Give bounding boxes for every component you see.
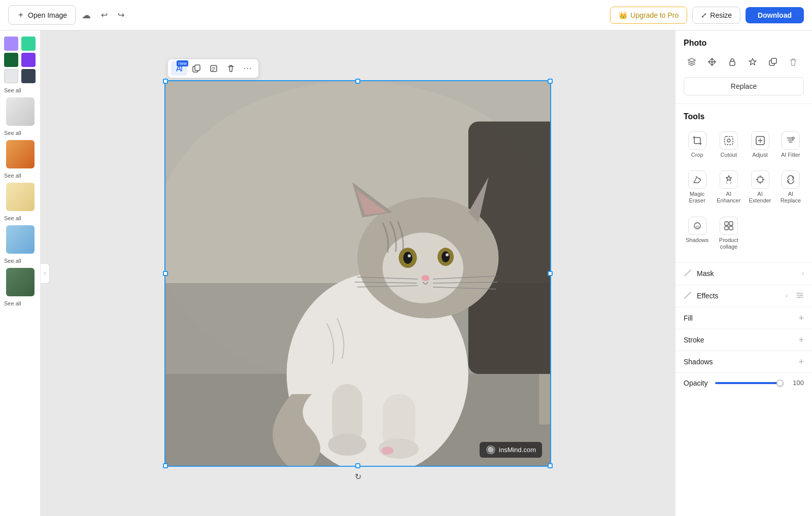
svg-point-30 — [328, 433, 366, 456]
thumbnail-4[interactable] — [6, 225, 35, 254]
cat-photo: 🔘 insMind.com — [165, 81, 550, 466]
right-panel: Photo — [675, 30, 812, 516]
thumbnail-5[interactable] — [6, 268, 35, 296]
svg-rect-46 — [729, 222, 733, 225]
stroke-add-button[interactable]: + — [798, 335, 804, 345]
mask-chevron-icon: › — [802, 270, 804, 277]
crop-tool[interactable]: Crop — [684, 127, 710, 162]
new-badge: new — [177, 60, 188, 66]
opacity-slider[interactable] — [715, 382, 784, 384]
ai-extender-tool[interactable]: AI Extender — [747, 166, 773, 208]
handle-top-middle[interactable] — [355, 79, 360, 84]
rotate-handle[interactable]: ↻ — [353, 472, 362, 481]
product-collage-tool-icon — [720, 217, 738, 235]
image-frame[interactable]: new ··· — [164, 80, 551, 467]
see-all-5-button[interactable]: See all — [4, 299, 36, 307]
cutout-tool[interactable]: Cutout — [715, 127, 742, 162]
copy-icon-button[interactable] — [765, 54, 781, 70]
color-swatch-green-teal[interactable] — [21, 37, 36, 51]
fill-label: Fill — [684, 314, 798, 322]
open-image-label: Open Image — [28, 11, 67, 19]
cutout-tool-label: Cutout — [721, 152, 737, 158]
ai-enhancer-tool[interactable]: AI Enhancer — [715, 166, 742, 208]
adjust-tool[interactable]: Adjust — [747, 127, 773, 162]
ai-filter-tool[interactable]: AI Filter — [777, 127, 804, 162]
magic-eraser-tool[interactable]: Magic Eraser — [684, 166, 710, 208]
adjust-tool-icon — [751, 131, 769, 150]
ft-delete-button[interactable] — [223, 61, 239, 76]
redo-button[interactable]: ↪ — [114, 7, 128, 23]
color-swatch-green-dark[interactable] — [4, 53, 18, 67]
svg-point-18 — [442, 251, 450, 262]
thumbnail-2[interactable] — [6, 140, 35, 168]
tools-section: Tools Crop Cutout — [675, 104, 812, 263]
shadows-row: Shadows + — [675, 351, 812, 373]
canvas-area[interactable]: ‹ new — [41, 30, 675, 516]
collapse-handle[interactable]: ‹ — [41, 263, 50, 284]
lock-icon-button[interactable] — [724, 54, 740, 70]
open-image-button[interactable]: ＋ Open Image — [8, 5, 76, 25]
svg-point-49 — [798, 292, 799, 294]
ai-replace-tool-icon — [782, 170, 800, 189]
svg-point-17 — [403, 252, 413, 264]
delete-icon-button[interactable] — [785, 54, 801, 70]
shadows-label: Shadows — [684, 358, 798, 366]
see-all-4-button[interactable]: See all — [4, 257, 36, 265]
color-swatch-gray-dark[interactable] — [21, 69, 36, 83]
shadows-tool[interactable]: Shadows — [684, 213, 710, 254]
thumbnail-1[interactable] — [6, 97, 35, 126]
topbar: ＋ Open Image ☁ ↩ ↪ 👑 Upgrade to Pro ⤢ Re… — [0, 0, 812, 30]
ft-duplicate-button[interactable] — [188, 61, 205, 76]
effects-settings-icon[interactable] — [796, 291, 804, 301]
download-button[interactable]: Download — [746, 7, 804, 23]
svg-point-20 — [446, 253, 449, 256]
watermark-text: insMind.com — [499, 446, 536, 454]
tools-grid: Crop Cutout Adjust — [684, 127, 804, 254]
cat-svg — [165, 81, 550, 466]
ft-more-button[interactable]: ··· — [240, 61, 255, 76]
crop-tool-icon — [688, 131, 706, 150]
ft-copy-button[interactable] — [206, 61, 222, 76]
pin-icon-button[interactable] — [745, 54, 761, 70]
svg-rect-35 — [730, 61, 735, 65]
watermark-logo-icon: 🔘 — [486, 445, 496, 455]
ai-enhancer-tool-icon — [720, 170, 738, 189]
chevron-left-icon: ‹ — [44, 270, 46, 276]
handle-top-right[interactable] — [548, 79, 553, 84]
mask-row[interactable]: Mask › — [675, 263, 812, 285]
svg-rect-37 — [771, 58, 776, 63]
svg-rect-2 — [195, 65, 200, 71]
color-swatch-purple-light[interactable] — [4, 37, 18, 51]
handle-bottom-left[interactable] — [163, 463, 168, 468]
topbar-left: ＋ Open Image ☁ ↩ ↪ — [8, 5, 604, 25]
svg-point-50 — [801, 294, 802, 296]
replace-button[interactable]: Replace — [684, 77, 804, 95]
undo-button[interactable]: ↩ — [97, 7, 112, 23]
see-all-2-button[interactable]: See all — [4, 171, 36, 180]
cutout-tool-icon — [720, 131, 738, 150]
handle-bottom-right[interactable] — [548, 463, 553, 468]
upgrade-button[interactable]: 👑 Upgrade to Pro — [610, 7, 687, 24]
tools-title: Tools — [684, 112, 804, 121]
shadows-add-button[interactable]: + — [798, 357, 804, 366]
product-collage-tool[interactable]: Product collage — [715, 213, 742, 254]
see-all-1-button[interactable]: See all — [4, 129, 36, 137]
stroke-row: Stroke + — [675, 329, 812, 351]
color-swatch-purple-dark[interactable] — [21, 53, 36, 67]
layer-icon-button[interactable] — [684, 54, 700, 70]
handle-top-left[interactable] — [163, 79, 168, 84]
thumbnail-3[interactable] — [6, 183, 35, 211]
ai-replace-tool[interactable]: AI Replace — [777, 166, 804, 208]
handle-middle-left[interactable] — [163, 271, 168, 276]
see-all-3-button[interactable]: See all — [4, 214, 36, 222]
mask-label: Mask — [697, 269, 797, 278]
arrow-icon-button[interactable] — [704, 54, 720, 70]
color-swatch-gray-light[interactable] — [4, 69, 18, 83]
photo-icons-row — [684, 54, 804, 70]
resize-button[interactable]: ⤢ Resize — [692, 7, 740, 24]
handle-bottom-middle[interactable] — [355, 463, 360, 468]
effects-row[interactable]: Effects › — [675, 285, 812, 307]
fill-add-button[interactable]: + — [798, 314, 804, 323]
see-all-colors-button[interactable]: See all — [4, 86, 36, 94]
handle-middle-right[interactable] — [548, 271, 553, 276]
